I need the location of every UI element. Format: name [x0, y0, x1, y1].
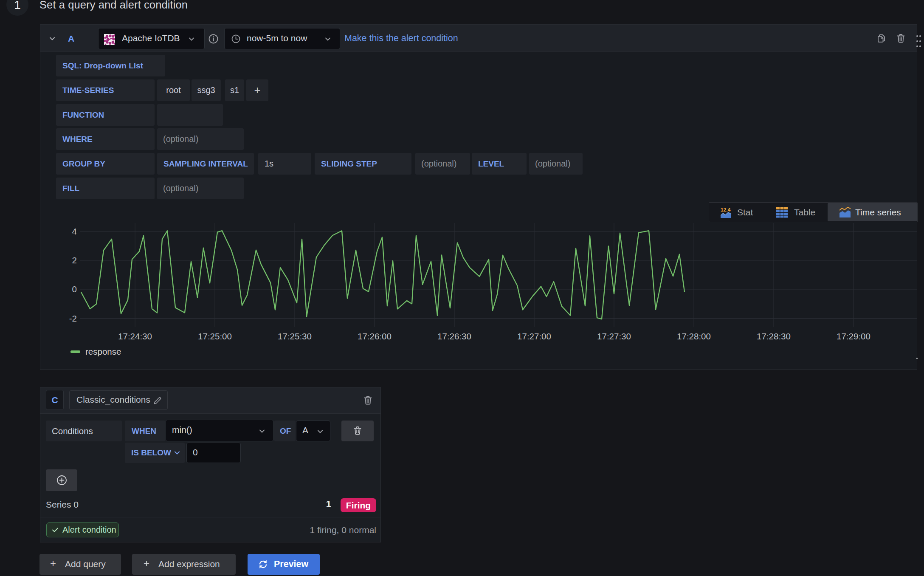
svg-text:17:29:00: 17:29:00 [837, 331, 870, 341]
svg-text:17:24:30: 17:24:30 [118, 331, 152, 341]
svg-text:4: 4 [72, 226, 77, 236]
svg-text:17:28:30: 17:28:30 [757, 331, 791, 341]
svg-text:17:26:00: 17:26:00 [358, 331, 392, 341]
svg-text:0: 0 [72, 284, 77, 294]
svg-text:17:28:00: 17:28:00 [677, 331, 711, 341]
svg-text:17:25:30: 17:25:30 [278, 331, 312, 341]
svg-text:17:27:30: 17:27:30 [597, 331, 631, 341]
svg-text:17:25:00: 17:25:00 [198, 331, 232, 341]
svg-text:12.4: 12.4 [721, 207, 731, 213]
svg-text:response: response [85, 347, 121, 356]
svg-text:-2: -2 [69, 313, 77, 323]
svg-text:17:27:00: 17:27:00 [517, 331, 551, 341]
svg-text:17:26:30: 17:26:30 [437, 331, 471, 341]
svg-text:2: 2 [72, 255, 77, 265]
